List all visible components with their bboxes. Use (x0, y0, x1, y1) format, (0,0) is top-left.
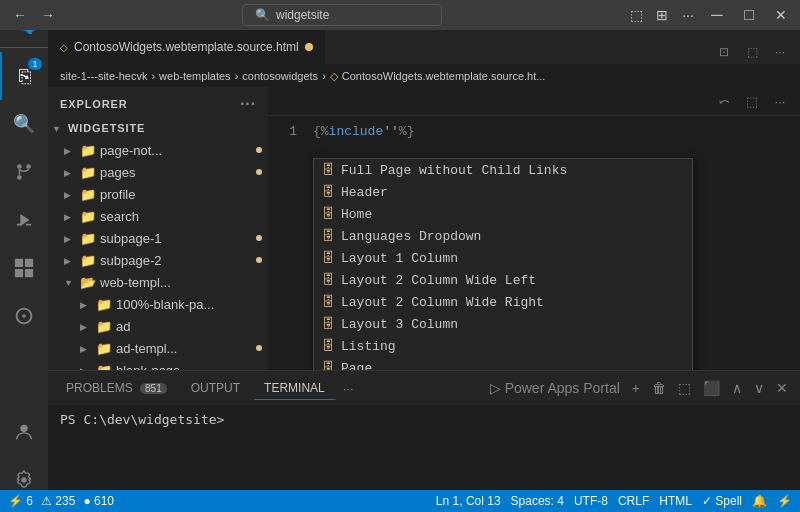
accounts-icon[interactable] (0, 408, 48, 456)
maximize-panel-button[interactable]: ⬛ (699, 378, 724, 398)
minimize-button[interactable]: ─ (702, 0, 732, 30)
label-pages: pages (100, 165, 256, 180)
split-editor-icon[interactable]: ⬚ (624, 3, 648, 27)
ac-item-home[interactable]: 🗄 Home (314, 203, 692, 225)
tree-root-widgetsite[interactable]: WIDGETSITE (48, 117, 268, 139)
status-remote[interactable]: ⚡ 6 (8, 494, 33, 508)
status-errors[interactable]: ⚠ 235 (41, 494, 75, 508)
ac-label-languages: Languages Dropdown (341, 229, 481, 244)
toolbar-icon-2[interactable]: ⬚ (740, 89, 764, 113)
ac-item-layout2right[interactable]: 🗄 Layout 2 Column Wide Right (314, 291, 692, 313)
more-actions-icon[interactable]: ··· (676, 3, 700, 27)
explorer-label: EXPLORER (60, 98, 128, 110)
ac-icon-languages: 🗄 (322, 229, 335, 244)
ac-item-layout3[interactable]: 🗄 Layout 3 Column (314, 313, 692, 335)
tree-item-search[interactable]: 📁 search (48, 205, 268, 227)
ac-icon-layout1: 🗄 (322, 251, 335, 266)
ac-item-header[interactable]: 🗄 Header (314, 181, 692, 203)
toolbar-icon-1[interactable]: ⤺ (712, 89, 736, 113)
label-search: search (100, 209, 268, 224)
breadcrumb-file[interactable]: ContosoWidgets.webtemplate.source.ht... (342, 70, 546, 82)
status-ln-col[interactable]: Ln 1, Col 13 (436, 494, 501, 508)
breadcrumb-part-2[interactable]: web-templates (159, 70, 231, 82)
status-warnings[interactable]: ● 610 (83, 494, 114, 508)
sidebar-more-button[interactable]: ··· (240, 95, 256, 113)
status-notifications[interactable]: 🔔 (752, 494, 767, 508)
run-debug-icon[interactable] (0, 196, 48, 244)
folder-icon-blank-page: 📁 (96, 363, 112, 371)
root-label: WIDGETSITE (68, 122, 145, 134)
ac-item-full-page[interactable]: 🗄 Full Page without Child Links (314, 159, 692, 181)
panel-down-button[interactable]: ∨ (750, 378, 768, 398)
ac-icon-layout2right: 🗄 (322, 295, 335, 310)
tab-output[interactable]: OUTPUT (181, 377, 250, 399)
source-control-icon[interactable] (0, 148, 48, 196)
layout-icon[interactable]: ⊞ (650, 3, 674, 27)
folder-icon-subpage1: 📁 (80, 231, 96, 246)
status-broadcast[interactable]: ⚡ (777, 494, 792, 508)
title-search-box[interactable]: 🔍 widgetsite (242, 4, 442, 26)
nav-back-button[interactable]: ← (8, 3, 32, 27)
terminal-label: TERMINAL (264, 381, 325, 395)
tree-item-100blank[interactable]: 📁 100%-blank-pa... (48, 293, 268, 315)
toolbar-more-icon[interactable]: ··· (768, 89, 792, 113)
extensions-icon[interactable] (0, 244, 48, 292)
status-eol[interactable]: CRLF (618, 494, 649, 508)
tree-item-subpage1[interactable]: 📁 subpage-1 (48, 227, 268, 249)
tree-item-profile[interactable]: 📁 profile (48, 183, 268, 205)
tree-item-page-not[interactable]: 📁 page-not... (48, 139, 268, 161)
power-apps-portal-button[interactable]: ▷ Power Apps Portal (486, 378, 624, 398)
tab-contosowidgets[interactable]: ◇ ContosoWidgets.webtemplate.source.html (48, 30, 326, 64)
ac-item-layout1[interactable]: 🗄 Layout 1 Column (314, 247, 692, 269)
editor-code-area[interactable]: 1 {% include '' %} 🗄 Full Page without C… (268, 116, 800, 370)
title-bar: ← → 🔍 widgetsite ⬚ ⊞ ··· ─ □ ✕ (0, 0, 800, 30)
dot-ad-templ (256, 345, 262, 351)
panel-up-button[interactable]: ∧ (728, 378, 746, 398)
status-spaces[interactable]: Spaces: 4 (511, 494, 564, 508)
remote-icon[interactable] (0, 292, 48, 340)
tree-item-web-templ[interactable]: 📂 web-templ... (48, 271, 268, 293)
svg-rect-8 (25, 269, 33, 277)
nav-forward-button[interactable]: → (36, 3, 60, 27)
close-panel-button[interactable]: ✕ (772, 378, 792, 398)
breadcrumb-part-1[interactable]: site-1---site-hecvk (60, 70, 147, 82)
terminal-more-button[interactable]: ··· (343, 381, 354, 396)
split-right-icon[interactable]: ⬚ (740, 40, 764, 64)
status-encoding[interactable]: UTF-8 (574, 494, 608, 508)
status-language[interactable]: HTML (659, 494, 692, 508)
ac-label-layout2right: Layout 2 Column Wide Right (341, 295, 544, 310)
tab-file-icon: ◇ (60, 42, 68, 53)
ac-item-listing[interactable]: 🗄 Listing (314, 335, 692, 357)
ac-item-languages[interactable]: 🗄 Languages Dropdown (314, 225, 692, 247)
tab-terminal[interactable]: TERMINAL (254, 377, 335, 400)
status-spell[interactable]: ✓ Spell (702, 494, 742, 508)
tree-item-ad[interactable]: 📁 ad (48, 315, 268, 337)
status-right: Ln 1, Col 13 Spaces: 4 UTF-8 CRLF HTML ✓… (436, 494, 792, 508)
tree-item-ad-templ[interactable]: 📁 ad-templ... (48, 337, 268, 359)
close-button[interactable]: ✕ (766, 0, 796, 30)
tab-more-icon[interactable]: ··· (768, 40, 792, 64)
sidebar-tree[interactable]: WIDGETSITE 📁 page-not... 📁 pages (48, 117, 268, 370)
tree-item-blank-page[interactable]: 📁 blank-page (48, 359, 268, 370)
tree-item-subpage2[interactable]: 📁 subpage-2 (48, 249, 268, 271)
explorer-icon[interactable]: ⎘ 1 (0, 52, 48, 100)
tab-problems[interactable]: PROBLEMS 851 (56, 377, 177, 399)
folder-icon-search: 📁 (80, 209, 96, 224)
search-activity-icon[interactable]: 🔍 (0, 100, 48, 148)
kill-terminal-button[interactable]: 🗑 (648, 378, 670, 398)
folder-icon-page-not: 📁 (80, 143, 96, 158)
dot-subpage2 (256, 257, 262, 263)
folder-icon-pages: 📁 (80, 165, 96, 180)
label-ad-templ: ad-templ... (116, 341, 256, 356)
label-web-templ: web-templ... (100, 275, 268, 290)
chevron-100blank (80, 299, 96, 310)
tree-item-pages[interactable]: 📁 pages (48, 161, 268, 183)
ac-item-page[interactable]: 🗄 Page (314, 357, 692, 370)
open-editors-icon[interactable]: ⊡ (712, 40, 736, 64)
terminal-body[interactable]: PS C:\dev\widgetsite> (48, 406, 800, 490)
ac-item-layout2left[interactable]: 🗄 Layout 2 Column Wide Left (314, 269, 692, 291)
new-terminal-button[interactable]: + (628, 378, 644, 398)
split-terminal-button[interactable]: ⬚ (674, 378, 695, 398)
breadcrumb-part-3[interactable]: contosowidgets (242, 70, 318, 82)
maximize-button[interactable]: □ (734, 0, 764, 30)
